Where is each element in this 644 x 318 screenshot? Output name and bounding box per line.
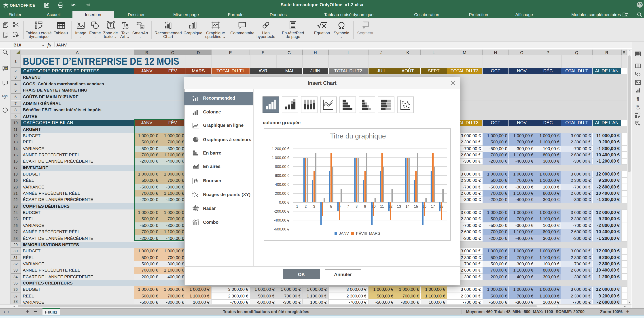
svg-text:-200,00 €: -200,00 €	[274, 209, 289, 213]
svg-text:3: 3	[313, 204, 315, 209]
svg-text:7: 7	[347, 204, 349, 209]
svg-text:9: 9	[364, 204, 366, 209]
svg-text:17: 17	[431, 204, 435, 209]
svg-text:Titre du graphique: Titre du graphique	[330, 132, 386, 140]
svg-text:8: 8	[355, 204, 357, 209]
svg-text:-400,00 €: -400,00 €	[274, 218, 289, 222]
svg-text:400,00 €: 400,00 €	[274, 182, 289, 187]
svg-text:JANV: JANV	[339, 231, 349, 236]
svg-text:600,00 €: 600,00 €	[274, 173, 289, 178]
svg-text:ABC: ABC	[2, 95, 8, 98]
svg-text:13: 13	[397, 204, 401, 209]
svg-text:11: 11	[380, 204, 384, 209]
svg-text:2: 2	[304, 204, 306, 209]
svg-text:Ta: Ta	[635, 104, 639, 108]
svg-text:5: 5	[330, 204, 332, 209]
svg-text:200,00 €: 200,00 €	[274, 191, 289, 196]
svg-text:MARS: MARS	[369, 231, 380, 236]
svg-text:15: 15	[414, 204, 418, 209]
svg-text:800,00 €: 800,00 €	[274, 164, 289, 169]
svg-text:FÉV: FÉV	[356, 231, 364, 236]
svg-text:1 000,00 €: 1 000,00 €	[272, 156, 289, 160]
svg-text:-600,00 €: -600,00 €	[274, 227, 289, 231]
svg-text:1: 1	[296, 204, 298, 209]
svg-text:14: 14	[405, 204, 409, 209]
svg-text:1 200,00 €: 1 200,00 €	[272, 147, 289, 151]
svg-text:0,00 €: 0,00 €	[279, 200, 289, 205]
